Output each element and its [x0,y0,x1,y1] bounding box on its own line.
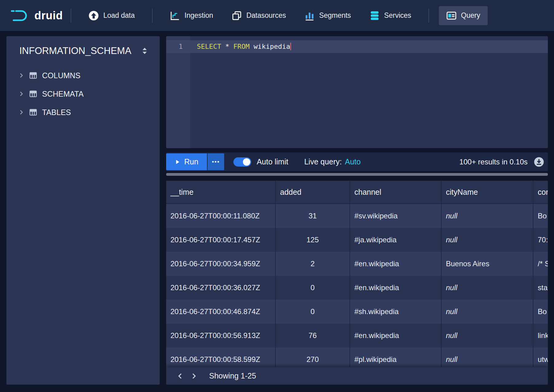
cell-time[interactable]: 2016-06-27T00:00:46.874Z [166,300,276,324]
nav-item-label: Load data [103,11,135,20]
cell-time[interactable]: 2016-06-27T00:00:56.913Z [166,324,276,348]
segments-icon [304,10,315,21]
table-icon [29,71,37,80]
query-icon [446,10,457,21]
cell-channel[interactable]: #ja.wikipedia [350,228,442,252]
cell-channel[interactable]: #en.wikipedia [350,276,442,300]
query-view: 1 SELECT*FROMwikipedia Run ••• [166,36,548,385]
nav-divider [152,9,153,23]
cell-comment[interactable]: Bo [533,300,548,324]
chevron-right-icon[interactable] [18,109,24,115]
upload-circle-icon [88,10,99,21]
results-table: __time added channel cityName comment 20… [166,181,548,371]
tree-item-schemata[interactable]: SCHEMATA [6,85,160,103]
nav-item-query[interactable]: Query [439,6,488,25]
sql-editor[interactable]: 1 SELECT*FROMwikipedia [166,36,548,148]
cell-added[interactable]: 0 [276,276,350,300]
tree-item-tables[interactable]: TABLES [6,103,160,121]
cell-added[interactable]: 2 [276,252,350,276]
nav-item-load-data[interactable]: Load data [81,6,142,25]
datasources-icon [232,10,242,21]
auto-limit-label: Auto limit [257,157,288,166]
prev-page-button[interactable] [174,369,187,383]
top-nav-bar: druid Load data Ingestion [0,0,554,31]
cell-comment[interactable]: 70: [533,228,548,252]
toggle-knob [243,158,250,166]
cell-added[interactable]: 76 [276,324,350,348]
chevron-right-icon [190,372,197,380]
table-icon [29,108,37,117]
ingestion-icon [170,10,180,21]
line-number: 1 [166,40,190,53]
sql-code-line[interactable]: SELECT*FROMwikipedia [190,40,548,53]
live-query-label: Live query: [304,157,342,166]
content-area: INFORMATION_SCHEMA [0,31,554,392]
nav-item-label: Datasources [246,11,286,20]
cell-cityname[interactable]: null [442,228,533,252]
schema-title: INFORMATION_SCHEMA [19,45,131,56]
text-cursor [290,43,291,50]
results-horizontal-scrollbar[interactable] [166,173,548,176]
nav-item-segments[interactable]: Segments [297,6,358,25]
cell-cityname[interactable]: null [442,324,533,348]
auto-limit-toggle[interactable] [233,157,251,167]
column-header-added[interactable]: added [276,181,350,203]
cell-time[interactable]: 2016-06-27T00:00:17.457Z [166,228,276,252]
cell-time[interactable]: 2016-06-27T00:00:34.959Z [166,252,276,276]
column-header-comment[interactable]: comment [533,181,548,203]
tree-item-label: SCHEMATA [42,90,84,98]
column-header-channel[interactable]: channel [350,181,442,203]
results-summary: 100+ results in 0.10s [459,158,528,166]
cell-comment[interactable]: sta [533,276,548,300]
chevron-right-icon[interactable] [18,72,24,79]
cell-time[interactable]: 2016-06-27T00:00:36.027Z [166,276,276,300]
tree-item-columns[interactable]: COLUMNS [6,66,160,85]
showing-range-label: Showing 1-25 [209,371,256,380]
schema-tree: COLUMNS SCHEMATA [6,62,160,121]
download-circle-icon [534,157,544,167]
druid-logo-icon [10,9,31,23]
editor-empty-area[interactable] [166,53,548,148]
cell-channel[interactable]: #sh.wikipedia [350,300,442,324]
cell-time[interactable]: 2016-06-27T00:00:11.080Z [166,204,276,228]
cell-channel[interactable]: #sv.wikipedia [350,204,442,228]
cell-comment[interactable]: Bo [533,204,548,228]
sort-toggle-button[interactable] [140,45,149,56]
table-row: 2016-06-27T00:00:56.913Z 76 #en.wikipedi… [166,324,548,348]
druid-logo[interactable]: druid [10,9,63,23]
live-query-mode-button[interactable]: Auto [345,157,361,166]
nav-item-services[interactable]: Services [362,6,419,25]
cell-added[interactable]: 125 [276,228,350,252]
cell-cityname[interactable]: Buenos Aires [442,252,533,276]
nav-items: Ingestion Datasources Segments [161,6,420,25]
column-header-cityname[interactable]: cityName [442,181,533,203]
cell-added[interactable]: 31 [276,204,350,228]
run-more-button[interactable]: ••• [208,153,224,170]
services-icon [369,10,380,21]
cell-channel[interactable]: #en.wikipedia [350,252,442,276]
table-row: 2016-06-27T00:00:17.457Z 125 #ja.wikiped… [166,228,548,252]
download-results-button[interactable] [534,157,544,167]
editor-top-padding [166,36,548,40]
cell-comment[interactable]: /* S [533,252,548,276]
table-row: 2016-06-27T00:00:11.080Z 31 #sv.wikipedi… [166,204,548,228]
nav-item-label: Services [384,11,411,20]
nav-item-ingestion[interactable]: Ingestion [162,6,220,25]
nav-divider [71,9,71,23]
nav-item-datasources[interactable]: Datasources [224,6,293,25]
cell-added[interactable]: 0 [276,300,350,324]
next-page-button[interactable] [187,369,201,383]
nav-item-label: Ingestion [185,11,213,20]
chevron-right-icon[interactable] [18,91,24,97]
column-header-time[interactable]: __time [166,181,276,203]
cell-cityname[interactable]: null [442,300,533,324]
schema-sidebar: INFORMATION_SCHEMA [6,36,160,385]
table-header-row: __time added channel cityName comment [166,181,548,204]
cell-cityname[interactable]: null [442,276,533,300]
cell-cityname[interactable]: null [442,204,533,228]
editor-active-line[interactable]: 1 SELECT*FROMwikipedia [166,40,548,53]
cell-comment[interactable]: link [533,324,548,348]
sql-keyword-select: SELECT [197,43,221,50]
cell-channel[interactable]: #en.wikipedia [350,324,442,348]
run-button[interactable]: Run [166,153,207,170]
